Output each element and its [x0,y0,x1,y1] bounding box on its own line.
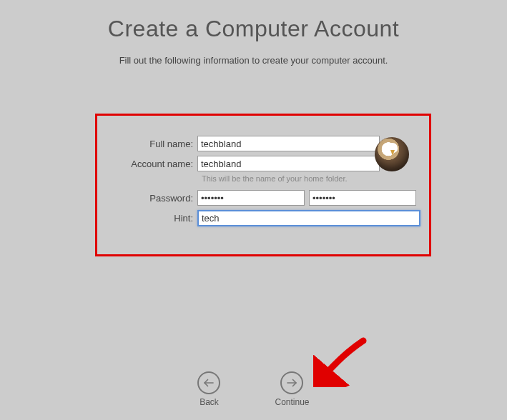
continue-label: Continue [275,397,309,407]
hint-label: Hint: [112,213,197,224]
form-highlight-box: Full name: Account name: This will be th… [95,114,431,256]
account-name-label: Account name: [112,159,197,169]
hint-field[interactable] [197,210,420,226]
page-subtitle: Fill out the following information to cr… [0,55,507,66]
full-name-label: Full name: [112,139,197,149]
back-button[interactable]: Back [197,371,220,407]
back-label: Back [200,397,219,407]
arrow-left-icon [197,371,220,394]
arrow-right-icon [280,371,303,394]
password-field[interactable] [197,190,305,206]
password-label: Password: [112,193,197,204]
avatar[interactable] [375,137,409,171]
password-confirm-field[interactable] [309,190,416,206]
account-name-helper: This will be the name of your home folde… [202,174,429,183]
continue-button[interactable]: Continue [275,371,309,407]
account-name-field[interactable] [197,156,380,171]
full-name-field[interactable] [197,136,380,151]
page-title: Create a Computer Account [0,16,507,42]
nav-buttons: Back Continue [0,371,507,407]
